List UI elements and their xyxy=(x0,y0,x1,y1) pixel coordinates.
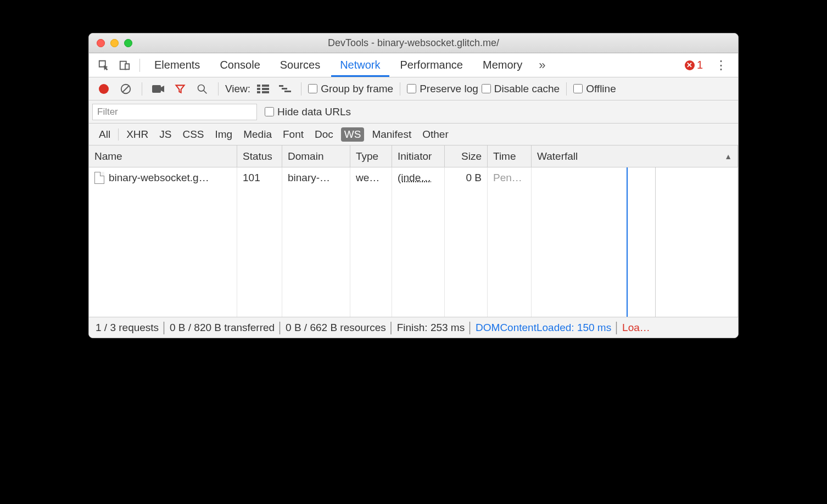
filter-bar: Hide data URLs xyxy=(89,100,738,124)
col-waterfall[interactable]: Waterfall▲ xyxy=(532,145,738,167)
col-status[interactable]: Status xyxy=(237,145,282,167)
record-icon xyxy=(99,84,109,94)
minimize-icon[interactable] xyxy=(110,39,119,47)
file-icon xyxy=(94,172,104,184)
row-type: we… xyxy=(350,167,392,188)
tab-elements[interactable]: Elements xyxy=(146,53,209,77)
filter-input[interactable] xyxy=(92,104,257,120)
error-icon: ✕ xyxy=(685,60,695,70)
filter-all[interactable]: All xyxy=(96,127,114,142)
error-count-value: 1 xyxy=(697,59,703,71)
row-domain: binary-… xyxy=(282,167,350,188)
svg-rect-13 xyxy=(279,85,283,87)
col-domain[interactable]: Domain xyxy=(282,145,350,167)
overview-icon[interactable] xyxy=(276,80,294,98)
svg-rect-9 xyxy=(257,88,260,90)
filter-font[interactable]: Font xyxy=(280,127,307,142)
status-dcl: DOMContentLoaded: 150 ms xyxy=(476,322,611,334)
window-title: DevTools - binary-websocket.glitch.me/ xyxy=(89,37,738,49)
hide-data-urls-label: Hide data URLs xyxy=(277,106,351,118)
filter-icon[interactable] xyxy=(171,80,189,98)
filter-img[interactable]: Img xyxy=(212,127,236,142)
svg-rect-11 xyxy=(257,91,260,93)
col-size[interactable]: Size xyxy=(445,145,488,167)
row-waterfall xyxy=(532,167,738,188)
svg-rect-7 xyxy=(257,85,260,87)
row-name: binary-websocket.g… xyxy=(109,172,209,184)
hide-data-urls-checkbox[interactable]: Hide data URLs xyxy=(265,106,351,118)
filter-js[interactable]: JS xyxy=(156,127,175,142)
svg-line-6 xyxy=(204,90,207,93)
col-name[interactable]: Name xyxy=(89,145,237,167)
svg-rect-1 xyxy=(125,64,129,69)
row-status: 101 xyxy=(237,167,282,188)
svg-rect-15 xyxy=(284,91,291,92)
more-tabs-icon[interactable]: » xyxy=(533,58,551,72)
clear-button[interactable] xyxy=(116,80,135,98)
status-requests: 1 / 3 requests xyxy=(96,322,159,334)
close-icon[interactable] xyxy=(97,39,105,47)
titlebar: DevTools - binary-websocket.glitch.me/ xyxy=(89,33,738,53)
preserve-log-checkbox[interactable]: Preserve log xyxy=(407,83,478,95)
col-time[interactable]: Time xyxy=(488,145,532,167)
filter-ws[interactable]: WS xyxy=(341,127,365,142)
search-icon[interactable] xyxy=(193,80,211,98)
disable-cache-checkbox[interactable]: Disable cache xyxy=(482,83,560,95)
grid-body: binary-websocket.g… 101 binary-… we… (in… xyxy=(89,167,738,317)
view-label: View: xyxy=(225,83,250,95)
settings-menu-icon[interactable]: ⋮ xyxy=(709,58,733,72)
status-bar: 1 / 3 requests│ 0 B / 820 B transferred│… xyxy=(89,317,738,338)
large-rows-icon[interactable] xyxy=(254,80,272,98)
divider xyxy=(566,82,567,96)
col-waterfall-label: Waterfall xyxy=(537,150,578,163)
preserve-log-label: Preserve log xyxy=(420,83,478,95)
tab-memory[interactable]: Memory xyxy=(474,53,531,77)
record-button[interactable] xyxy=(94,80,113,98)
status-resources: 0 B / 662 B resources xyxy=(286,322,386,334)
error-count[interactable]: ✕ 1 xyxy=(680,59,707,71)
divider xyxy=(218,82,219,96)
svg-line-3 xyxy=(123,86,129,92)
svg-rect-14 xyxy=(282,88,287,89)
divider xyxy=(142,82,142,96)
filter-xhr[interactable]: XHR xyxy=(123,127,152,142)
divider xyxy=(139,59,140,72)
inspect-element-icon[interactable] xyxy=(94,56,113,75)
row-initiator: (inde… xyxy=(398,172,431,184)
screenshot-icon[interactable] xyxy=(149,80,167,98)
offline-label: Offline xyxy=(586,83,616,95)
table-row[interactable]: binary-websocket.g… 101 binary-… we… (in… xyxy=(89,167,738,188)
group-by-frame-label: Group by frame xyxy=(321,83,393,95)
maximize-icon[interactable] xyxy=(124,39,132,47)
filter-css[interactable]: CSS xyxy=(179,127,207,142)
row-time: Pen… xyxy=(488,167,532,188)
offline-checkbox[interactable]: Offline xyxy=(573,83,616,95)
col-initiator[interactable]: Initiator xyxy=(392,145,445,167)
col-type[interactable]: Type xyxy=(350,145,392,167)
filter-doc[interactable]: Doc xyxy=(311,127,337,142)
row-size: 0 B xyxy=(445,167,488,188)
grid-header: Name Status Domain Type Initiator Size T… xyxy=(89,145,738,167)
status-load: Loa… xyxy=(622,322,650,334)
tab-sources[interactable]: Sources xyxy=(271,53,329,77)
divider xyxy=(301,82,301,96)
svg-point-5 xyxy=(198,85,205,91)
device-toolbar-icon[interactable] xyxy=(115,56,134,75)
traffic-lights xyxy=(97,39,132,47)
tab-console[interactable]: Console xyxy=(211,53,269,77)
sort-asc-icon: ▲ xyxy=(724,152,732,161)
filter-media[interactable]: Media xyxy=(240,127,275,142)
divider xyxy=(118,128,119,141)
tab-network[interactable]: Network xyxy=(331,53,389,77)
filter-other[interactable]: Other xyxy=(419,127,452,142)
tab-performance[interactable]: Performance xyxy=(392,53,472,77)
svg-rect-10 xyxy=(262,88,269,90)
group-by-frame-checkbox[interactable]: Group by frame xyxy=(308,83,393,95)
resource-type-filter: All XHR JS CSS Img Media Font Doc WS Man… xyxy=(89,124,738,145)
svg-rect-8 xyxy=(262,85,269,87)
disable-cache-label: Disable cache xyxy=(494,83,560,95)
status-transferred: 0 B / 820 B transferred xyxy=(170,322,275,334)
main-tabbar: Elements Console Sources Network Perform… xyxy=(89,53,738,77)
filter-manifest[interactable]: Manifest xyxy=(368,127,415,142)
svg-rect-4 xyxy=(152,85,161,93)
